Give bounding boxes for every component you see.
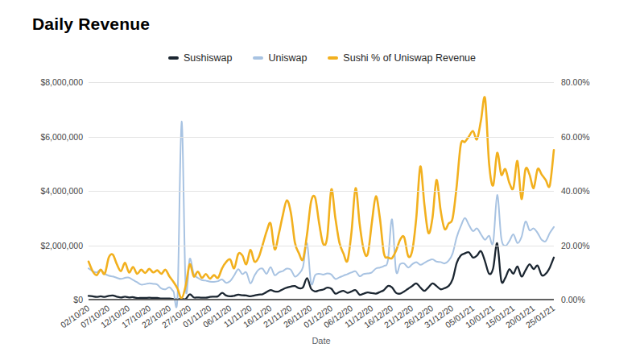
legend: Sushiswap Uniswap Sushi % of Uniswap Rev… (0, 52, 644, 64)
legend-swatch-sushi-pct (328, 56, 338, 60)
y-axis-tick-label-right: 0.00% (561, 295, 585, 304)
chart-title: Daily Revenue (32, 14, 150, 34)
legend-item-uniswap: Uniswap (253, 52, 307, 64)
y-axis-tick-label-right: 40.00% (561, 186, 590, 196)
gridline (89, 82, 554, 83)
y-axis-tick-label-left: $0 (0, 295, 83, 304)
y-axis-tick-label-left: $2,000,000 (0, 241, 83, 250)
legend-swatch-uniswap (253, 56, 263, 60)
gridline (89, 137, 554, 138)
y-axis-tick-label-right: 20.00% (561, 241, 590, 250)
gridline (89, 191, 554, 192)
daily-revenue-chart: Daily Revenue Sushiswap Uniswap Sushi % … (0, 0, 644, 360)
y-axis-tick-label-left: $8,000,000 (0, 77, 83, 87)
legend-item-sushi-pct: Sushi % of Uniswap Revenue (328, 52, 476, 64)
x-axis-title: Date (89, 336, 554, 346)
legend-item-sushiswap: Sushiswap (168, 52, 232, 64)
gridline (89, 246, 554, 246)
y-axis-tick-label-left: $6,000,000 (0, 132, 83, 142)
y-axis-tick-label-right: 80.00% (561, 77, 590, 87)
legend-label-uniswap: Uniswap (268, 52, 307, 64)
series-line-uniswap (89, 122, 554, 308)
legend-label-sushi-pct: Sushi % of Uniswap Revenue (343, 52, 476, 64)
y-axis-tick-label-left: $4,000,000 (0, 186, 83, 196)
legend-swatch-sushiswap (168, 56, 179, 60)
x-axis-line (89, 299, 554, 300)
series-line-sushi-of-uniswap-revenue (89, 97, 554, 299)
y-axis-tick-label-right: 60.00% (561, 132, 590, 142)
legend-label-sushiswap: Sushiswap (184, 52, 232, 64)
